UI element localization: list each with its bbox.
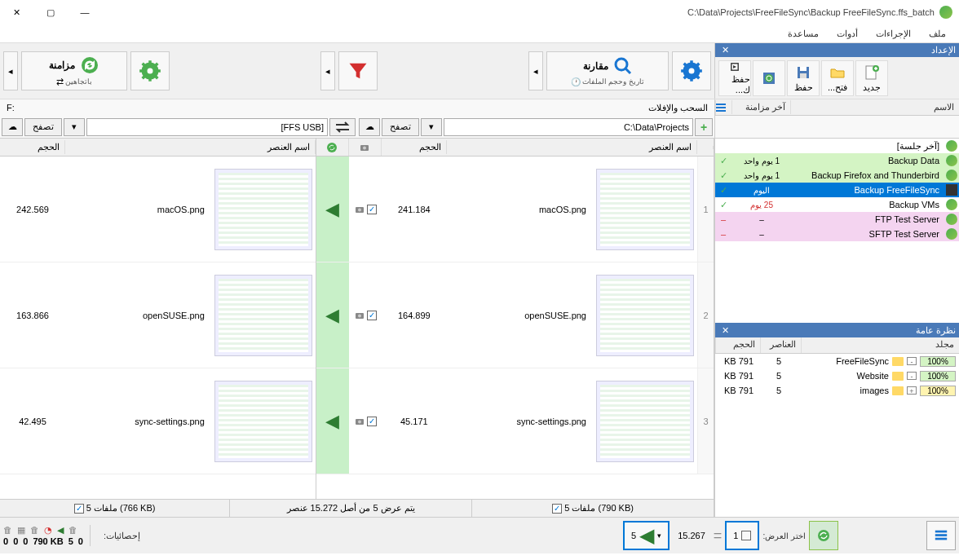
diff-count: 15.267 (673, 531, 710, 540)
path-dropdown-right[interactable]: ▾ (421, 118, 442, 136)
cloud-left-button[interactable]: ☁ (2, 118, 23, 136)
mid-action-header[interactable] (316, 139, 349, 156)
file-row[interactable]: 42.495sync-settings.png (0, 368, 316, 474)
new-icon (864, 64, 880, 81)
stat-icon-update-left: ◀ (57, 525, 64, 536)
config-save-button[interactable]: حفظ (787, 60, 820, 96)
config-row[interactable]: [آخر جلسة] (715, 139, 959, 153)
menu-actions[interactable]: الإجراءات (869, 27, 917, 41)
grid-middle: ◀◀◀ (316, 157, 382, 474)
config-row[interactable]: FTP Test Server–– (715, 212, 959, 227)
file-row[interactable]: 242.569macOS.png (0, 157, 316, 262)
config-list: [آخر جلسة]Backup Data1 يوم واحد✓Backup F… (715, 139, 959, 241)
overview-col-items[interactable]: العناصر (760, 337, 801, 353)
window-close-button[interactable]: ✕ (7, 2, 26, 22)
config-row[interactable]: Backup FreeFileSyncاليوم✓ (715, 183, 959, 197)
path-input-left[interactable] (444, 118, 693, 136)
swap-button[interactable] (329, 118, 356, 136)
window-maximize-button[interactable]: ▢ (41, 2, 60, 22)
overview-row[interactable]: 100%+images5791 KB (715, 383, 959, 398)
svg-point-25 (358, 314, 361, 317)
svg-rect-16 (716, 104, 726, 105)
file-row[interactable]: 241.184macOS.png1 (382, 157, 714, 262)
config-open-button[interactable]: فتح... (821, 60, 854, 96)
file-row[interactable]: 45.171sync-settings.png3 (382, 368, 714, 474)
category-cell[interactable] (349, 262, 382, 368)
config-col-name[interactable]: الاسم (790, 100, 959, 114)
category-cell[interactable] (349, 368, 382, 474)
compare-dropdown[interactable]: ◂ (528, 51, 543, 90)
add-pair-button[interactable]: + (695, 118, 713, 136)
grid-right-col-item[interactable]: اسم العنصر (65, 140, 316, 154)
action-cell[interactable]: ◀ (316, 368, 349, 474)
config-row[interactable]: SFTP Test Server–– (715, 227, 959, 241)
config-row[interactable]: Backup Firefox and Thunderbird1 يوم واحد… (715, 168, 959, 183)
grid-right-status: 5 ملفات (766 KB) (86, 503, 156, 514)
sync-settings-button[interactable] (130, 51, 170, 90)
overview-header: نظرة عامة ✕ (715, 323, 959, 337)
stat-icon-data: ◔ (44, 525, 52, 536)
file-row[interactable]: 163.866openSUSE.png (0, 262, 316, 368)
action-cell[interactable]: ◀ (316, 262, 349, 368)
overview-list: 100%-FreeFileSync5791 KB100%-Website5791… (715, 354, 959, 398)
config-new-button[interactable]: جديد (855, 60, 888, 96)
grid-left-col-size[interactable]: الحجم (382, 140, 447, 154)
menu-help[interactable]: مساعدة (781, 27, 825, 41)
svg-point-12 (148, 68, 153, 74)
overview-row[interactable]: 100%-Website5791 KB (715, 368, 959, 383)
menu-file[interactable]: ملف (922, 27, 952, 41)
window-title: C:\Data\Projects\FreeFileSync\Backup Fre… (687, 6, 952, 19)
compare-button[interactable]: مقارنة 🕐 تاريخ وحجم الملفات (546, 51, 669, 90)
gear-green-icon (139, 60, 161, 82)
config-save-sync-button[interactable] (753, 60, 785, 96)
path-dropdown-left[interactable]: ▾ (64, 118, 85, 136)
overview-col-folder[interactable]: مجلد (801, 337, 959, 353)
category-cell[interactable] (349, 157, 382, 262)
menu-tools[interactable]: أدوات (830, 27, 864, 41)
window-minimize-button[interactable]: — (75, 2, 95, 22)
browse-right-button[interactable]: تصفح (382, 118, 419, 136)
svg-rect-18 (716, 110, 726, 112)
status-check-left[interactable] (552, 504, 562, 514)
action-cell[interactable]: ◀ (316, 157, 349, 262)
sync-button[interactable]: مزامنة ⇄ باتجاهين (21, 51, 127, 90)
mid-row: ◀ (316, 368, 382, 474)
compare-settings-button[interactable] (672, 51, 711, 90)
config-col-last[interactable]: آخر مزامنة (731, 100, 790, 114)
svg-rect-3 (800, 67, 807, 71)
grid-right[interactable]: 242.569macOS.png163.866openSUSE.png42.49… (0, 157, 316, 499)
filter-dropdown[interactable]: ◂ (320, 51, 335, 90)
svg-rect-17 (716, 107, 726, 108)
filter-button[interactable] (338, 51, 378, 90)
view-category-button[interactable]: 1 (725, 521, 759, 550)
camera-icon (359, 142, 370, 153)
grid-left-col-item[interactable]: اسم العنصر (447, 140, 697, 154)
stats-box: 🗑 ▦ 🗑 ◔ ◀ 🗑 0 0 0 790 KB 5 0 (3, 525, 91, 546)
config-row[interactable]: Backup VMs25 يوم✓ (715, 197, 959, 212)
cloud-right-button[interactable]: ☁ (359, 118, 380, 136)
grid-left[interactable]: 241.184macOS.png1164.899openSUSE.png245.… (382, 157, 714, 499)
browse-left-button[interactable]: تصفح (24, 118, 62, 136)
view-action-button[interactable]: 5 ◀ ▾ (623, 521, 670, 550)
grid-right-col-size[interactable]: الحجم (0, 140, 65, 154)
sync-preview-button[interactable] (809, 521, 838, 550)
view-mode-button[interactable] (926, 521, 956, 550)
config-save-batch-button[interactable]: ▸ حفظ ك... (718, 60, 751, 96)
config-row[interactable]: Backup Data1 يوم واحد✓ (715, 153, 959, 168)
overview-row[interactable]: 100%-FreeFileSync5791 KB (715, 354, 959, 368)
grid-left-col-idx[interactable] (697, 146, 714, 149)
sync-dropdown[interactable]: ◂ (3, 51, 18, 90)
overview-close[interactable]: ✕ (718, 325, 732, 336)
drag-hint: السحب والإفلات (648, 103, 708, 113)
stats-label: :إحصائيات (97, 531, 147, 541)
config-panel-close[interactable]: ✕ (718, 45, 732, 55)
overview-col-size[interactable]: الحجم (715, 337, 760, 353)
box-icon (741, 531, 751, 540)
mid-category-header[interactable] (349, 139, 382, 156)
config-col-icon[interactable] (715, 100, 731, 115)
file-row[interactable]: 164.899openSUSE.png2 (382, 262, 714, 368)
app-icon (939, 6, 952, 19)
status-check-right[interactable] (74, 504, 84, 514)
path-input-right[interactable] (86, 118, 328, 136)
save-sync-icon (761, 70, 777, 86)
